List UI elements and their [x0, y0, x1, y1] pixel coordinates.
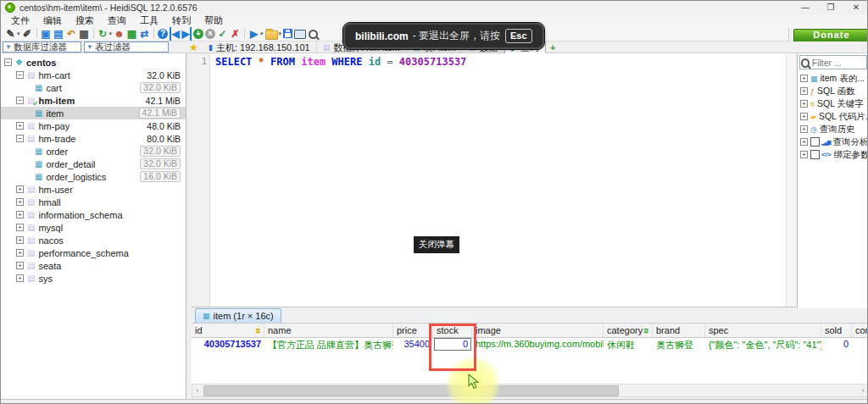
expander-icon[interactable]: +: [16, 185, 24, 193]
dropdown-arrow-icon[interactable]: ▾: [109, 30, 113, 37]
expander-icon[interactable]: −: [16, 97, 24, 104]
close-button[interactable]: ✕: [843, 1, 868, 14]
tree-item-performance_schema[interactable]: +▤performance_schema: [1, 246, 186, 259]
goto-last-icon[interactable]: ▶: [181, 27, 192, 41]
dropdown-arrow-icon[interactable]: ▾: [279, 30, 282, 37]
sql-query-line[interactable]: SELECT * FROM item WHERE id = 4030571353…: [215, 56, 466, 68]
session-manager-icon[interactable]: ✎▾: [5, 27, 20, 41]
dropdown-arrow-icon[interactable]: ▾: [17, 30, 20, 37]
donate-button[interactable]: Donate: [793, 29, 868, 42]
tree-item-sys[interactable]: +▤sys: [1, 272, 186, 285]
new-query-tab-button[interactable]: +: [546, 42, 559, 53]
tree-item-cart[interactable]: ▦cart32.0 KiB: [1, 81, 186, 94]
helper-filter-box[interactable]: [799, 55, 867, 69]
tree-item-hmall[interactable]: +▤hmall: [1, 196, 186, 208]
goto-first-icon[interactable]: ◀: [170, 27, 180, 41]
expander-icon[interactable]: +: [800, 87, 808, 95]
helper-item-history[interactable]: +◷查询历史: [798, 123, 868, 136]
query-window-icon[interactable]: [294, 27, 306, 41]
column-header-comm[interactable]: comm: [852, 324, 868, 337]
user-manager-icon[interactable]: ☻: [114, 27, 125, 41]
menu-item-6[interactable]: 帮助: [198, 14, 230, 26]
undo-icon[interactable]: ↶: [66, 27, 77, 41]
database-filter-input[interactable]: ▼: [3, 42, 81, 53]
tree-item-order_logistics[interactable]: ▦order_logistics16.0 KiB: [1, 170, 186, 183]
cell-name[interactable]: 【官方正品 品牌直营】奥古狮登小...: [264, 338, 393, 351]
data-transfer-icon[interactable]: ⇄: [139, 27, 150, 41]
expander-icon[interactable]: +: [800, 113, 808, 120]
tree-item-order_detail[interactable]: ▦order_detail32.0 KiB: [1, 158, 186, 170]
favorite-star-icon[interactable]: ★: [189, 42, 198, 53]
post-changes-icon[interactable]: ✓: [217, 27, 228, 41]
helper-item-table[interactable]: +▦item 表的...: [798, 72, 868, 85]
column-header-spec[interactable]: spec: [705, 324, 821, 337]
cell-comm[interactable]: [852, 338, 868, 351]
column-header-category[interactable]: category¤: [604, 324, 653, 337]
tree-item-hm-cart[interactable]: −▤hm-cart32.0 KiB: [1, 69, 186, 81]
expander-icon[interactable]: +: [16, 262, 24, 269]
expander-icon[interactable]: +: [800, 151, 808, 158]
dropdown-arrow-icon[interactable]: ▾: [260, 30, 264, 37]
database-filter-field[interactable]: [14, 42, 81, 53]
help-icon[interactable]: ?: [158, 27, 168, 41]
run-query-icon[interactable]: ▶▾: [248, 27, 264, 41]
column-header-sold[interactable]: sold: [821, 324, 852, 337]
cell-category[interactable]: 休闲鞋: [604, 338, 653, 351]
tree-item-nacos[interactable]: +▤nacos: [1, 234, 186, 246]
open-file-icon[interactable]: ▾: [265, 27, 282, 41]
tree-item-mysql[interactable]: +▤mysql: [1, 221, 186, 234]
minimize-button[interactable]: —: [793, 1, 818, 14]
horizontal-scrollbar[interactable]: ‹ ›: [192, 384, 868, 397]
menu-item-0[interactable]: 文件: [4, 14, 36, 26]
menu-item-4[interactable]: 工具: [133, 14, 165, 26]
column-header-image[interactable]: image: [472, 324, 604, 337]
expander-icon[interactable]: +: [800, 125, 808, 133]
tree-item-hm-pay[interactable]: +▤hm-pay48.0 KiB: [1, 119, 186, 132]
column-header-name[interactable]: name: [264, 324, 393, 337]
tree-item-hm-user[interactable]: +▤hm-user: [1, 183, 186, 196]
expander-icon[interactable]: +: [16, 211, 24, 219]
helper-item-key[interactable]: +¤SQL 关键字: [798, 97, 868, 110]
table-filter-field[interactable]: [95, 42, 168, 53]
expander-icon[interactable]: +: [16, 236, 24, 244]
cell-sold[interactable]: 0: [821, 338, 852, 351]
column-header-brand[interactable]: brand: [653, 324, 705, 337]
checkbox[interactable]: [810, 137, 820, 147]
cell-brand[interactable]: 奥古狮登: [653, 338, 705, 351]
helper-item-analysis[interactable]: +▂▄▆查询分析: [798, 136, 868, 148]
helper-filter-input[interactable]: [812, 58, 866, 68]
menu-item-5[interactable]: 转到: [165, 14, 198, 26]
expander-icon[interactable]: −: [4, 58, 12, 66]
helper-item-folder[interactable]: +▰SQL 代码片...: [798, 110, 868, 123]
scroll-left-arrow-icon[interactable]: ‹: [192, 386, 203, 395]
expander-icon[interactable]: +: [16, 249, 24, 257]
cell-price[interactable]: 35400: [393, 338, 433, 351]
search-icon[interactable]: [308, 27, 320, 41]
tree-item-item[interactable]: ▦item42.1 MiB: [1, 107, 186, 119]
expander-icon[interactable]: −: [16, 71, 24, 79]
cell-spec[interactable]: {"颜色": "金色", "尺码": "41"}: [705, 338, 821, 351]
column-header-price[interactable]: price: [393, 324, 433, 337]
table-filter-input[interactable]: ▼: [84, 42, 169, 53]
expander-icon[interactable]: +: [16, 198, 24, 206]
editor-vertical-scrollbar[interactable]: [786, 54, 796, 307]
results-tab[interactable]: ▦ item (1r × 16c): [195, 308, 281, 323]
expander-icon[interactable]: −: [16, 135, 24, 142]
expander-icon[interactable]: +: [800, 138, 808, 146]
save-icon[interactable]: [283, 27, 292, 41]
tree-item-order[interactable]: ▦order32.0 KiB: [1, 145, 186, 158]
tree-item-seata[interactable]: +▤seata: [1, 259, 186, 272]
scroll-right-arrow-icon[interactable]: ›: [858, 386, 868, 395]
tree-item-hm-trade[interactable]: −▤hm-trade80.0 KiB: [1, 132, 186, 145]
expander-icon[interactable]: +: [16, 224, 24, 231]
disconnect-icon[interactable]: ✐: [22, 27, 33, 41]
cell-image[interactable]: https://m.360buyimg.com/mobilec...: [472, 338, 604, 351]
menu-item-2[interactable]: 搜索: [69, 14, 101, 26]
checkbox[interactable]: [810, 150, 820, 159]
cell-id[interactable]: 40305713537: [192, 338, 264, 351]
scrollbar-thumb[interactable]: [203, 385, 619, 396]
expander-icon[interactable]: +: [800, 100, 808, 108]
tree-item-hm-item[interactable]: −▤✓hm-item42.1 MiB: [1, 94, 186, 107]
print-icon[interactable]: ▦: [79, 27, 90, 41]
menu-item-1[interactable]: 编辑: [36, 14, 69, 26]
